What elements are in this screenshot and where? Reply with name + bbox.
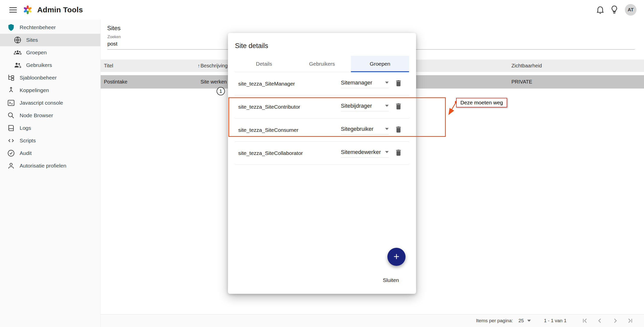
sidebar-item-label: Groepen — [26, 50, 47, 56]
sidebar-nav: Rechtenbeheer Sites Groepen Gebruikers S… — [0, 20, 101, 327]
notifications-button[interactable] — [593, 3, 607, 17]
sidebar-item-audit[interactable]: Audit — [0, 147, 100, 159]
items-per-page-select[interactable]: 25 — [518, 318, 531, 324]
close-dialog-button[interactable]: Sluiten — [378, 275, 404, 286]
trash-icon — [394, 126, 403, 134]
audit-check-icon — [7, 149, 15, 157]
add-group-button[interactable] — [387, 248, 406, 266]
trash-icon — [394, 102, 403, 111]
plus-icon — [392, 252, 401, 262]
page-range-label: 1 - 1 van 1 — [544, 318, 567, 323]
dialog-title: Site details — [235, 42, 268, 50]
theme-toggle-button[interactable] — [607, 3, 621, 17]
console-icon — [7, 99, 15, 107]
sidebar-item-scripts[interactable]: Scripts — [0, 134, 100, 147]
role-select[interactable]: Sitegebruiker — [341, 126, 389, 134]
code-icon — [7, 137, 15, 145]
search-node-icon — [7, 111, 15, 119]
group-name: site_tezza_SiteConsumer — [238, 127, 298, 133]
sidebar-item-label: Javascript console — [20, 100, 63, 106]
annotation-step-circle: 1 — [217, 87, 225, 95]
app-title: Admin Tools — [37, 6, 83, 14]
first-page-button[interactable] — [580, 316, 590, 325]
sidebar-item-label: Sites — [26, 37, 38, 43]
sidebar-item-sites[interactable]: Sites — [0, 34, 100, 46]
group-row: site_tezza_SiteManager Sitemanager — [235, 72, 409, 95]
tab-gebruikers[interactable]: Gebruikers — [293, 56, 351, 72]
trash-icon — [394, 149, 403, 157]
sidebar-item-node-browser[interactable]: Node Browser — [0, 109, 100, 122]
sidebar-section-rechtenbeheer[interactable]: Rechtenbeheer — [0, 21, 100, 34]
column-header-zichtbaarheid[interactable]: Zichtbaarheid — [511, 63, 644, 69]
trash-icon — [394, 79, 403, 88]
group-list: site_tezza_SiteManager Sitemanager site_… — [235, 72, 409, 165]
groups-icon — [14, 49, 22, 57]
people-icon — [14, 61, 22, 69]
group-row: site_tezza_SiteContributor Sitebijdrager — [235, 95, 409, 118]
role-value: Sitemanager — [341, 79, 372, 86]
sidebar-item-logs[interactable]: Logs — [0, 122, 100, 134]
chevron-down-icon — [385, 128, 389, 130]
cell-titel: Postintake — [104, 79, 200, 85]
book-icon — [7, 124, 15, 132]
sidebar-item-label: Sjabloonbeheer — [20, 75, 57, 81]
group-name: site_tezza_SiteManager — [238, 81, 295, 87]
previous-page-button[interactable] — [595, 316, 605, 325]
chevron-down-icon — [385, 105, 389, 107]
role-select[interactable]: Sitebijdrager — [341, 102, 389, 111]
delete-group-button[interactable] — [393, 101, 404, 112]
hamburger-menu-icon[interactable] — [8, 4, 19, 15]
role-select[interactable]: Sitemedewerker — [341, 149, 389, 157]
sidebar-section-label: Rechtenbeheer — [20, 24, 56, 30]
delete-group-button[interactable] — [393, 148, 404, 159]
page-title: Sites — [107, 25, 120, 32]
chevron-down-icon — [527, 320, 531, 322]
paginator: Items per pagina: 25 1 - 1 van 1 — [101, 314, 644, 327]
sidebar-item-label: Scripts — [20, 138, 36, 144]
sidebar-item-label: Gebruikers — [26, 62, 52, 68]
group-name: site_tezza_SiteContributor — [238, 104, 300, 110]
role-value: Sitemedewerker — [341, 149, 381, 155]
delete-group-button[interactable] — [393, 125, 404, 136]
sidebar-item-label: Node Browser — [20, 112, 53, 118]
globe-icon — [14, 36, 22, 44]
tab-details[interactable]: Details — [235, 56, 293, 72]
top-app-bar: Admin Tools AT — [0, 0, 644, 20]
sidebar-item-gebruikers[interactable]: Gebruikers — [0, 59, 100, 71]
sort-ascending-icon[interactable]: ↑ — [197, 63, 200, 69]
sidebar-item-koppelingen[interactable]: Koppelingen — [0, 84, 100, 97]
bell-icon — [595, 5, 605, 15]
chevron-down-icon — [385, 81, 389, 84]
merge-icon — [7, 86, 15, 94]
sidebar-item-autorisatie-profielen[interactable]: Autorisatie profielen — [0, 159, 100, 172]
annotation-note: Deze moeten weg — [456, 98, 507, 107]
chevron-down-icon — [385, 151, 389, 153]
tab-groepen[interactable]: Groepen — [351, 56, 409, 72]
tree-icon — [7, 74, 15, 82]
sidebar-item-javascript-console[interactable]: Javascript console — [0, 97, 100, 109]
items-per-page-value: 25 — [518, 318, 524, 323]
app-logo-icon — [22, 4, 33, 15]
search-input[interactable] — [107, 41, 208, 47]
sidebar-item-label: Autorisatie profielen — [20, 163, 66, 169]
dialog-tabs: Details Gebruikers Groepen — [235, 56, 409, 72]
group-row: site_tezza_SiteCollaborator Sitemedewerk… — [235, 142, 409, 165]
sidebar-item-sjabloonbeheer[interactable]: Sjabloonbeheer — [0, 71, 100, 84]
delete-group-button[interactable] — [393, 78, 404, 89]
sidebar-item-label: Audit — [20, 150, 32, 156]
role-value: Sitegebruiker — [341, 126, 374, 132]
sidebar-item-groepen[interactable]: Groepen — [0, 46, 100, 59]
lightbulb-icon — [610, 5, 619, 15]
profile-icon — [7, 162, 15, 170]
sidebar-item-label: Koppelingen — [20, 87, 49, 93]
site-details-dialog: Site details Details Gebruikers Groepen … — [228, 33, 416, 294]
next-page-button[interactable] — [610, 316, 620, 325]
permissions-shield-icon — [7, 23, 15, 31]
group-row: site_tezza_SiteConsumer Sitegebruiker — [235, 118, 409, 142]
items-per-page-label: Items per pagina: — [476, 318, 513, 323]
role-select[interactable]: Sitemanager — [341, 79, 389, 88]
user-avatar[interactable]: AT — [625, 4, 636, 16]
last-page-button[interactable] — [625, 316, 635, 325]
column-header-titel[interactable]: Titel — [104, 63, 113, 69]
group-name: site_tezza_SiteCollaborator — [238, 150, 303, 156]
